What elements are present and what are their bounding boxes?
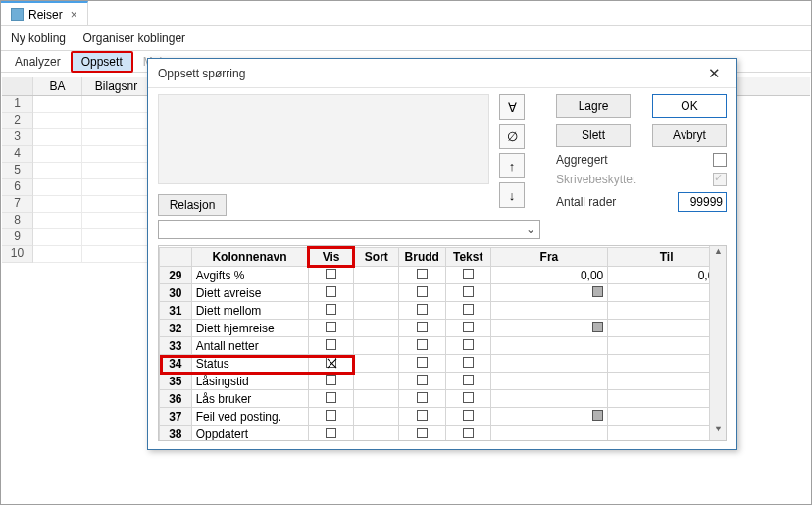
table-row[interactable]: 30Diett avreise — [160, 284, 726, 302]
th-kolonnenavn[interactable]: Kolonnenavn — [191, 248, 309, 267]
grid-cell[interactable] — [33, 113, 82, 129]
subtab-oppsett[interactable]: Oppsett — [71, 51, 133, 73]
brudd-checkbox[interactable] — [417, 286, 428, 297]
vis-checkbox[interactable] — [326, 304, 336, 315]
grid-cell[interactable] — [33, 163, 82, 179]
tekst-checkbox[interactable] — [463, 357, 474, 368]
table-row[interactable]: 33Antall netter — [160, 337, 726, 355]
brudd-checkbox[interactable] — [417, 304, 428, 315]
vis-checkbox[interactable] — [326, 357, 336, 368]
tekst-checkbox[interactable] — [463, 375, 474, 385]
tekst-checkbox[interactable] — [463, 339, 474, 350]
fra-cell[interactable] — [490, 373, 608, 390]
grid-cell[interactable] — [33, 146, 82, 163]
grid-row-header[interactable]: 7 — [2, 196, 33, 213]
grid-row-header[interactable]: 3 — [2, 129, 33, 146]
menu-ny-kobling[interactable]: Ny kobling — [11, 31, 66, 45]
table-row[interactable]: 34Status — [160, 355, 726, 373]
dialog-close-icon[interactable]: ✕ — [702, 63, 727, 84]
close-icon[interactable]: × — [71, 8, 77, 22]
th-sort[interactable]: Sort — [353, 248, 398, 267]
grid-row-header[interactable]: 4 — [2, 146, 33, 163]
til-cell[interactable]: 0,00 — [608, 267, 726, 284]
vis-checkbox[interactable] — [326, 410, 336, 421]
kolonnenavn-cell[interactable]: Diett avreise — [191, 284, 309, 302]
vis-checkbox[interactable] — [326, 428, 336, 438]
forall-button[interactable]: ∀ — [499, 94, 525, 120]
grid-cell[interactable] — [82, 96, 151, 113]
tekst-checkbox[interactable] — [463, 286, 474, 297]
relasjon-button[interactable]: Relasjon — [158, 194, 227, 216]
grid-cell[interactable] — [33, 246, 82, 263]
grid-cell[interactable] — [82, 113, 151, 129]
slett-button[interactable]: Slett — [556, 124, 631, 147]
tekst-checkbox[interactable] — [463, 410, 474, 421]
brudd-checkbox[interactable] — [417, 392, 428, 403]
grid-cell[interactable] — [33, 229, 82, 246]
grid-cell[interactable] — [33, 96, 82, 113]
subtab-analyzer[interactable]: Analyzer — [5, 52, 71, 72]
tekst-checkbox[interactable] — [463, 392, 474, 403]
grid-row-header[interactable]: 1 — [2, 96, 33, 113]
grid-cell[interactable] — [33, 129, 82, 146]
table-row[interactable]: 36Lås bruker — [160, 390, 726, 408]
brudd-checkbox[interactable] — [417, 322, 428, 332]
kolonnenavn-cell[interactable]: Avgifts % — [191, 267, 309, 284]
brudd-checkbox[interactable] — [417, 428, 428, 438]
grid-row-header[interactable]: 5 — [2, 163, 33, 179]
fra-cell[interactable] — [490, 320, 608, 337]
brudd-checkbox[interactable] — [417, 410, 428, 421]
til-cell[interactable] — [608, 390, 726, 408]
kolonnenavn-cell[interactable]: Status — [191, 355, 309, 373]
menu-organiser-koblinger[interactable]: Organiser koblinger — [82, 31, 185, 45]
brudd-checkbox[interactable] — [417, 339, 428, 350]
brudd-checkbox[interactable] — [417, 357, 428, 368]
til-cell[interactable] — [608, 302, 726, 320]
th-fra[interactable]: Fra — [490, 248, 608, 267]
ok-button[interactable]: OK — [652, 94, 727, 118]
tekst-checkbox[interactable] — [463, 304, 474, 315]
aggregert-checkbox[interactable] — [713, 153, 727, 167]
grid-row-header[interactable]: 10 — [2, 246, 33, 263]
grid-cell[interactable] — [33, 213, 82, 229]
grid-cell[interactable] — [82, 163, 151, 179]
vis-checkbox[interactable] — [326, 375, 336, 385]
grid-cell[interactable] — [33, 196, 82, 213]
empty-set-button[interactable]: ∅ — [499, 124, 525, 149]
scroll-up-icon[interactable]: ▲ — [710, 246, 727, 263]
grid-cell[interactable] — [82, 129, 151, 146]
avbryt-button[interactable]: Avbryt — [652, 124, 727, 147]
grid-cell[interactable] — [82, 246, 151, 263]
vis-checkbox[interactable] — [326, 322, 336, 332]
fra-cell[interactable] — [490, 390, 608, 408]
vis-checkbox[interactable] — [326, 269, 336, 279]
kolonnenavn-cell[interactable]: Antall netter — [191, 337, 309, 355]
scroll-down-icon[interactable]: ▼ — [710, 424, 727, 440]
fra-cell[interactable] — [490, 408, 608, 426]
th-vis[interactable]: Vis — [309, 248, 354, 267]
antall-rader-input[interactable] — [678, 192, 727, 212]
til-cell[interactable] — [608, 373, 726, 390]
tekst-checkbox[interactable] — [463, 269, 474, 279]
move-up-button[interactable]: ↑ — [499, 153, 525, 178]
table-row[interactable]: 31Diett mellom — [160, 302, 726, 320]
grid-col-ba[interactable]: BA — [33, 77, 82, 95]
grid-cell[interactable] — [82, 196, 151, 213]
lagre-button[interactable]: Lagre — [556, 94, 631, 118]
tekst-checkbox[interactable] — [463, 428, 474, 438]
kolonnenavn-cell[interactable]: Diett hjemreise — [191, 320, 309, 337]
kolonnenavn-cell[interactable]: Feil ved posting. — [191, 408, 309, 426]
til-cell[interactable] — [608, 337, 726, 355]
move-down-button[interactable]: ↓ — [499, 182, 525, 208]
fra-cell[interactable] — [490, 302, 608, 320]
table-row[interactable]: 29Avgifts %0,000,00 — [160, 267, 726, 284]
til-cell[interactable] — [608, 408, 726, 426]
grid-cell[interactable] — [82, 213, 151, 229]
kolonnenavn-cell[interactable]: Låsingstid — [191, 373, 309, 390]
til-cell[interactable] — [608, 355, 726, 373]
kolonnenavn-cell[interactable]: Oppdatert — [191, 426, 309, 442]
grid-cell[interactable] — [82, 229, 151, 246]
kolonnenavn-cell[interactable]: Diett mellom — [191, 302, 309, 320]
grid-row-header[interactable]: 8 — [2, 213, 33, 229]
grid-cell[interactable] — [82, 146, 151, 163]
